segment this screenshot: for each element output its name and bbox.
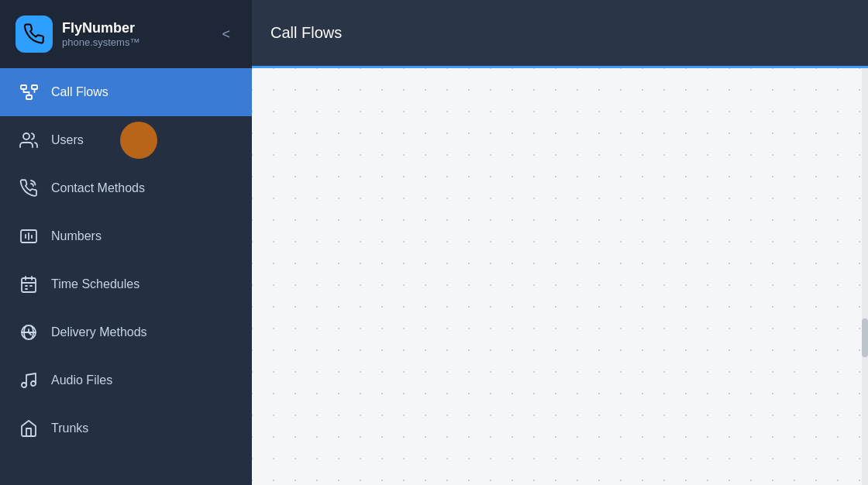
sidebar-item-label-call-flows: Call Flows [51,85,108,99]
sidebar-item-label-time-schedules: Time Schedules [51,277,140,291]
scrollbar-thumb[interactable] [862,318,868,357]
brand-logo [16,15,53,53]
sidebar-item-call-flows[interactable]: Call Flows [0,68,252,116]
call-flows-icon [19,82,39,102]
main-layout: Call Flows Users [0,68,868,485]
sidebar-item-label-audio-files: Audio Files [51,373,112,387]
scrollbar-track[interactable] [862,68,868,485]
brand-subtitle: phone.systems™ [62,36,140,48]
brand-text: FlyNumber phone.systems™ [62,20,140,48]
sidebar-item-label-numbers: Numbers [51,229,102,243]
sidebar-item-contact-methods[interactable]: Contact Methods [0,164,252,212]
page-title: Call Flows [270,24,342,42]
sidebar-item-numbers[interactable]: Numbers [0,212,252,260]
users-icon [19,130,39,150]
sidebar-item-label-delivery-methods: Delivery Methods [51,325,147,339]
svg-rect-5 [22,278,36,292]
sidebar-item-delivery-methods[interactable]: Delivery Methods [0,308,252,356]
phone-icon [23,23,45,45]
sidebar-item-time-schedules[interactable]: Time Schedules [0,260,252,308]
dot-grid-background [252,68,868,485]
sidebar-item-audio-files[interactable]: Audio Files [0,356,252,404]
header-title-section: Call Flows [252,0,868,68]
sidebar-item-users[interactable]: Users [0,116,252,164]
collapse-button[interactable]: < [215,23,236,46]
trunks-icon [19,418,39,439]
time-schedules-icon [19,274,39,294]
svg-point-7 [22,383,26,387]
delivery-methods-icon [19,322,39,342]
content-area [252,68,868,485]
sidebar-item-trunks[interactable]: Trunks [0,404,252,452]
sidebar-item-label-contact-methods: Contact Methods [51,181,145,195]
sidebar-item-label-trunks: Trunks [51,421,88,435]
app-header: FlyNumber phone.systems™ < Call Flows [0,0,868,68]
contact-methods-icon [19,178,39,198]
sidebar: Call Flows Users [0,68,252,485]
svg-point-3 [23,133,29,139]
brand-section: FlyNumber phone.systems™ < [0,15,252,53]
sidebar-item-label-users: Users [51,133,84,147]
brand-name: FlyNumber [62,20,140,36]
numbers-icon [19,226,39,246]
audio-files-icon [19,370,39,390]
avatar [120,122,157,159]
